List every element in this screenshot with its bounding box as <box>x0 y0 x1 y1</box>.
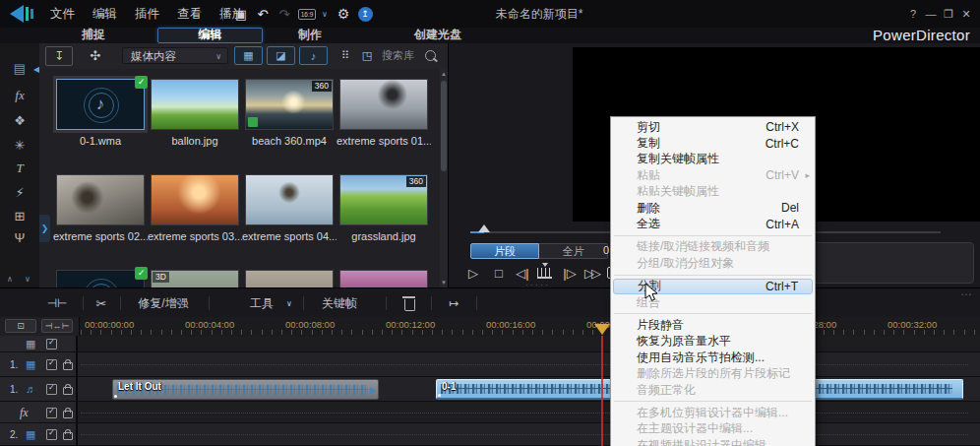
playhead-marker[interactable] <box>594 324 610 335</box>
play-button[interactable]: ▷ <box>462 262 484 284</box>
range-select-button[interactable]: ⊡ <box>5 319 36 333</box>
track-lock-icon[interactable] <box>63 411 73 418</box>
particle-room-icon[interactable]: ✳ <box>0 134 39 156</box>
media-thumb-extreme sports 04....[interactable] <box>245 174 334 225</box>
context-menu-item-5[interactable]: 删除Del <box>611 200 815 216</box>
import-media-icon[interactable]: ↧ <box>45 46 73 66</box>
timeline-ruler[interactable]: 00:00:00:0000:00:04:0000:00:08:0000:00:1… <box>0 317 980 337</box>
scroll-up-icon[interactable]: ▲ <box>440 71 448 77</box>
delete-trash-icon[interactable] <box>399 288 419 318</box>
export-range-icon[interactable]: ↦ <box>443 288 464 318</box>
track-lock-icon[interactable] <box>63 387 73 395</box>
context-menu-item-11[interactable]: 片段静音 <box>611 317 815 333</box>
media-thumb-row3-2[interactable] <box>245 270 334 287</box>
redo-icon[interactable]: ↷ <box>274 0 295 28</box>
transition-room-icon[interactable]: ⚡ <box>0 181 39 203</box>
effect-room-icon[interactable]: fx <box>0 85 39 106</box>
context-menu-item-16[interactable]: 在多机位剪辑设计器中编辑... <box>611 405 815 420</box>
filter-music-button[interactable]: ♪ <box>299 46 328 65</box>
menu-item-1[interactable]: 编辑 <box>84 6 126 23</box>
aspect-ratio-caret-icon[interactable]: ∨ <box>319 0 331 28</box>
context-menu-item-15[interactable]: 音频正常化 <box>611 382 815 398</box>
plugin-icon[interactable]: ✣ <box>83 46 108 64</box>
rail-scroll-up-icon[interactable]: ∧ <box>2 274 18 286</box>
context-menu-item-12[interactable]: 恢复为原音量水平 <box>611 334 815 350</box>
media-thumb-ballon.jpg[interactable] <box>151 79 239 130</box>
scroll-down-icon[interactable]: ▼ <box>440 280 448 286</box>
menu-item-3[interactable]: 查看 <box>168 6 211 23</box>
context-menu-item-9[interactable]: 分割Ctrl+T <box>613 279 813 294</box>
title-room-icon[interactable]: T <box>0 158 39 179</box>
track-manager-icon[interactable]: ⊣⊢ <box>43 288 71 318</box>
tools-button[interactable]: 工具 <box>242 288 281 318</box>
media-content-dropdown[interactable]: 媒体内容 ∨ <box>122 47 228 64</box>
track-enable-checkbox[interactable] <box>46 408 57 418</box>
track-enable-checkbox[interactable] <box>46 359 57 370</box>
track-lock-icon[interactable] <box>63 362 73 370</box>
toolbar-overflow-icon[interactable]: … <box>960 285 972 298</box>
track-header-1[interactable]: 1.▦ <box>0 352 78 376</box>
library-scrollbar[interactable]: ▲ ▼ <box>440 69 448 287</box>
mode-tab-2[interactable]: 制作 <box>276 28 344 43</box>
split-scissors-icon[interactable]: ✂ <box>91 288 112 318</box>
context-menu-item-13[interactable]: 使用自动音乐节拍检测... <box>611 350 815 365</box>
context-menu-item-7[interactable]: 链接/取消链接视频和音频 <box>611 239 815 255</box>
mode-tab-0[interactable]: 捕捉 <box>59 28 128 43</box>
context-menu-item-3[interactable]: 粘贴Ctrl+V▸ <box>611 167 815 183</box>
rail-scroll-down-icon[interactable]: ∨ <box>20 274 35 286</box>
chevron-down-icon[interactable]: ∨ <box>283 288 295 318</box>
restore-button[interactable]: ❐ <box>941 8 956 21</box>
track-header-4[interactable]: 2.▦ <box>0 423 78 445</box>
context-menu-item-6[interactable]: 全选Ctrl+A <box>611 216 815 231</box>
audio-clip[interactable]: Let It Out ▶ <box>112 379 379 400</box>
context-menu-item-8[interactable]: 分组/取消分组对象 <box>611 255 815 271</box>
filter-photo-button[interactable]: ◪ <box>267 46 295 65</box>
undo-icon[interactable]: ↶ <box>252 0 274 28</box>
media-thumb-0-1.wma[interactable]: ♪✓ <box>56 79 145 130</box>
detail-view-icon[interactable]: ◳ <box>358 46 376 64</box>
grid-view-icon[interactable]: ⠿ <box>337 46 354 64</box>
pip-objects-room-icon[interactable]: ❖ <box>0 109 39 131</box>
context-menu-item-2[interactable]: 复制关键帧属性 <box>611 152 815 167</box>
playhead-line[interactable] <box>601 336 603 446</box>
media-thumb-grassland.jpg[interactable]: 360 <box>339 174 428 225</box>
media-thumb-row3-1[interactable]: 3D <box>151 270 239 287</box>
media-thumb-extreme sports 03....[interactable] <box>151 174 239 225</box>
collapse-panel-handle[interactable]: ❯ <box>39 215 50 242</box>
clip-mode-button[interactable]: 片段 <box>470 243 539 259</box>
fit-timeline-button[interactable]: ⊣↔⊢ <box>41 319 73 333</box>
mode-tab-1[interactable]: 编辑 <box>157 28 263 43</box>
settings-gear-icon[interactable]: ⚙ <box>333 0 354 28</box>
scrollbar-handle[interactable] <box>441 81 447 171</box>
media-thumb-row3-0[interactable]: ♪✓ <box>56 270 145 287</box>
context-menu-item-4[interactable]: 粘贴关键帧属性 <box>611 184 815 200</box>
menu-item-2[interactable]: 插件 <box>126 6 168 23</box>
movie-mode-button[interactable]: 全片 <box>539 243 608 259</box>
track-enable-checkbox[interactable] <box>46 429 57 440</box>
minimize-button[interactable]: — <box>923 8 939 20</box>
track-header-2[interactable]: 1.♬ <box>0 377 78 401</box>
voice-over-room-icon[interactable]: Ψ <box>0 226 39 248</box>
seek-slider-handle[interactable] <box>478 224 490 232</box>
context-menu-item-0[interactable]: 剪切Ctrl+X <box>611 119 815 135</box>
track-header-0[interactable]: ▦ <box>0 336 78 351</box>
upgrade-icon[interactable]: ↥ <box>354 0 376 28</box>
close-button[interactable]: ✕ <box>958 8 974 21</box>
fast-forward-button[interactable]: ▷▷ <box>581 262 602 284</box>
aspect-ratio-icon[interactable]: 16:9 <box>295 0 319 28</box>
filter-video-button[interactable]: ▦ <box>234 46 263 65</box>
mode-tab-3[interactable]: 创建光盘 <box>384 28 492 43</box>
help-button[interactable]: ? <box>905 8 921 20</box>
context-menu-item-1[interactable]: 复制Ctrl+C <box>611 135 815 151</box>
media-thumb-row3-3[interactable] <box>339 270 428 287</box>
media-thumb-beach 360.mp4[interactable]: 360 <box>245 79 334 130</box>
media-thumb-extreme sports 01....[interactable] <box>339 79 428 130</box>
track-enable-checkbox[interactable] <box>46 384 57 395</box>
fix-enhance-button[interactable]: 修复/增强 <box>128 288 199 318</box>
menu-item-0[interactable]: 文件 <box>41 6 84 23</box>
next-frame-button[interactable]: |▷ <box>559 262 581 284</box>
keyframe-button[interactable]: 关键帧 <box>317 288 362 318</box>
context-menu-item-14[interactable]: 删除所选片段的所有片段标记 <box>611 365 815 381</box>
context-menu-item-10[interactable]: 组合 <box>611 294 815 310</box>
track-lock-icon[interactable] <box>63 432 73 440</box>
